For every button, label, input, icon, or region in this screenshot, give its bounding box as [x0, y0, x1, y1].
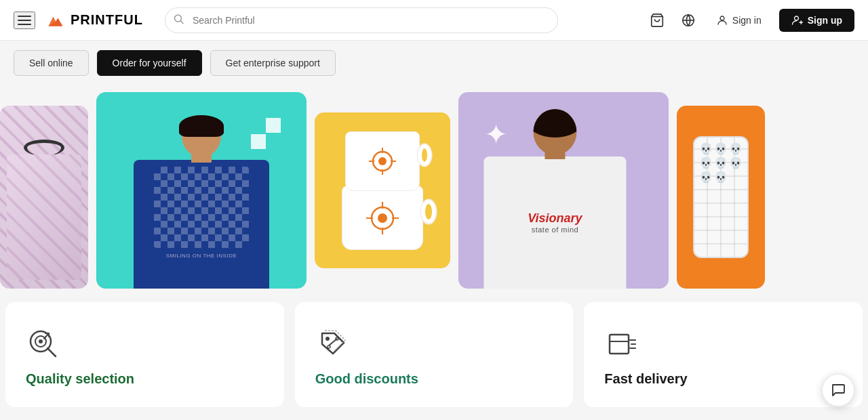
sign-in-label: Sign in: [732, 15, 762, 26]
svg-line-27: [44, 333, 49, 339]
feature-delivery-title: Fast delivery: [604, 371, 687, 387]
nav-tabs: Sell online Order for yourself Get enter…: [0, 41, 868, 85]
feature-fast-delivery: Fast delivery: [584, 302, 863, 407]
carousel-item-tote[interactable]: [0, 106, 88, 289]
feature-discounts-title: Good discounts: [315, 371, 418, 387]
feature-quality-title: Quality selection: [26, 371, 134, 387]
svg-point-12: [378, 157, 387, 165]
logo-text: PRINTFUL: [71, 12, 143, 28]
chat-button[interactable]: [822, 374, 854, 406]
tab-sell-online[interactable]: Sell online: [14, 50, 89, 76]
carousel-item-visionary[interactable]: ✦ Visionary state of mind: [458, 92, 669, 289]
search-input[interactable]: [165, 7, 558, 33]
sign-up-label: Sign up: [808, 15, 842, 26]
svg-point-32: [328, 345, 330, 348]
sign-in-button[interactable]: Sign in: [709, 10, 768, 30]
tab-order-for-yourself[interactable]: Order for yourself: [97, 50, 202, 76]
carousel-track: SMILING ON THE INSIDE: [0, 92, 868, 289]
svg-line-3: [180, 21, 183, 24]
cart-button[interactable]: [647, 10, 667, 30]
svg-point-7: [720, 16, 724, 20]
delivery-icon: [604, 327, 639, 362]
hamburger-menu[interactable]: [14, 12, 35, 29]
quality-icon: [26, 327, 61, 362]
feature-good-discounts: Good discounts: [295, 302, 574, 407]
carousel-item-mugs[interactable]: [315, 112, 450, 268]
logo-icon: [46, 11, 65, 30]
svg-point-30: [326, 337, 330, 341]
header-right: Sign in Sign up: [647, 9, 854, 32]
svg-point-26: [39, 339, 43, 343]
carousel-item-phone[interactable]: 💀💀 💀💀 💀💀 💀💀: [677, 106, 765, 289]
svg-point-8: [794, 16, 798, 20]
discounts-icon: [315, 327, 351, 362]
svg-point-33: [336, 337, 338, 340]
globe-button[interactable]: [678, 10, 698, 30]
logo[interactable]: PRINTFUL: [46, 11, 143, 30]
tab-get-enterprise-support[interactable]: Get enterprise support: [210, 50, 336, 76]
svg-line-24: [47, 348, 56, 356]
header: PRINTFUL Sign in Sign up: [0, 0, 868, 41]
feature-quality-selection: Quality selection: [5, 302, 284, 407]
features-section: Quality selection Good discounts: [0, 302, 868, 407]
search-icon: [174, 14, 184, 26]
product-carousel: SMILING ON THE INSIDE: [0, 85, 868, 295]
svg-point-18: [378, 213, 387, 223]
main-content: SMILING ON THE INSIDE: [0, 85, 868, 407]
sign-up-button[interactable]: Sign up: [779, 9, 854, 32]
search-bar: [165, 7, 558, 33]
svg-rect-34: [610, 335, 629, 354]
carousel-item-sweatshirt[interactable]: SMILING ON THE INSIDE: [96, 92, 307, 289]
